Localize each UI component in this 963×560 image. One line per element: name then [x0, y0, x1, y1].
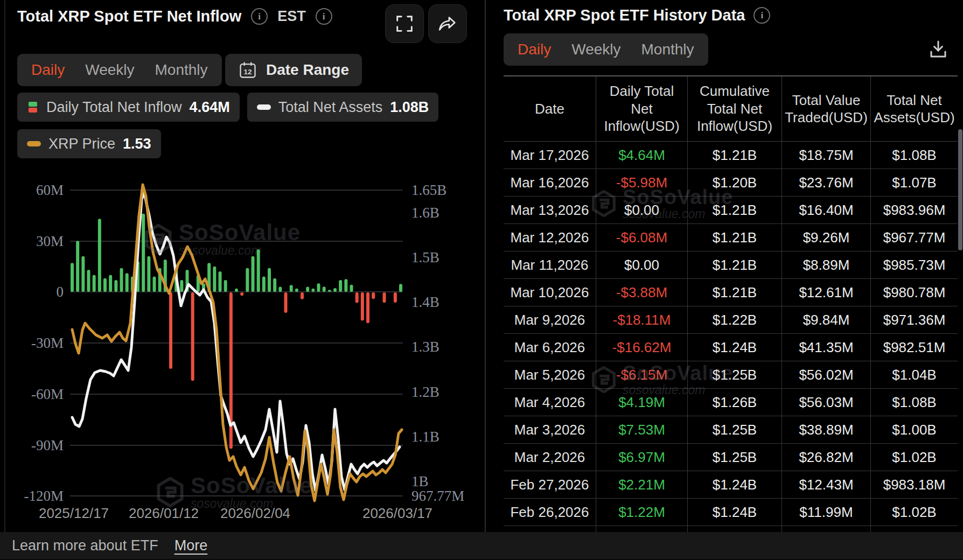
timezone-label: EST [277, 8, 306, 25]
cell-cumulative-inflow: $1.20B [688, 169, 782, 196]
cell-date: Mar 6,2026 [504, 334, 596, 361]
legend-label: Daily Total Net Inflow [46, 99, 182, 116]
col-header-daily-inflow: Daily Total Net Inflow(USD) [596, 76, 688, 141]
cell-net-assets: $967.77M [871, 224, 958, 251]
svg-text:12: 12 [243, 68, 252, 76]
legend-daily-net-inflow[interactable]: Daily Total Net Inflow 4.64M [17, 93, 240, 122]
cell-date: Mar 16,2026 [504, 169, 596, 196]
tab-monthly[interactable]: Monthly [633, 33, 703, 66]
cell-date: Feb 26,2026 [504, 499, 596, 526]
inflow-bars-icon [27, 101, 39, 114]
cell-daily-inflow: $6.97M [596, 444, 688, 471]
date-range-label: Date Range [266, 61, 349, 79]
cell-value-traded: $16.40M [782, 197, 871, 223]
tab-weekly[interactable]: Weekly [563, 33, 629, 66]
cell-date: Mar 5,2026 [504, 361, 596, 388]
cell-cumulative-inflow: $1.21B [688, 251, 782, 278]
table-row: Mar 3,2026$7.53M$1.25B$38.89M$1.00B [504, 416, 958, 444]
cell-value-traded: $22.73M [782, 526, 871, 532]
cell-net-assets: $980.78M [871, 279, 958, 306]
cell-net-assets: $971.36M [871, 306, 958, 333]
cell-daily-inflow: -$5.98M [596, 169, 688, 196]
cell-daily-inflow: $4.19M [596, 389, 688, 416]
table-row: Mar 4,2026$4.19M$1.26B$56.03M$1.08B [504, 389, 958, 416]
cell-net-assets: $983.18M [871, 471, 958, 498]
table-row: Mar 16,2026-$5.98M$1.20B$23.76M$1.07B [504, 169, 958, 197]
cell-value-traded: $56.02M [782, 361, 871, 388]
cell-value-traded: $8.89M [782, 251, 871, 278]
legend-label: XRP Price [48, 136, 115, 152]
cell-date: Mar 4,2026 [504, 389, 596, 416]
tab-daily[interactable]: Daily [23, 54, 73, 86]
info-icon[interactable]: i [251, 8, 268, 25]
cell-net-assets: $985.73M [871, 251, 958, 278]
cell-daily-inflow: $0.00 [596, 197, 688, 223]
table-row: Mar 17,2026$4.64M$1.21B$18.75M$1.08B [504, 142, 958, 169]
col-header-net-assets: Total Net Assets(USD) [871, 76, 958, 141]
table-row: Mar 5,2026-$6.15M$1.25B$56.02M$1.04B [504, 361, 958, 389]
fullscreen-button[interactable] [385, 4, 424, 43]
cell-net-assets: $1.07B [871, 169, 958, 196]
table-body: Mar 17,2026$4.64M$1.21B$18.75M$1.08BMar … [504, 142, 958, 532]
info-icon[interactable]: i [753, 7, 770, 24]
assets-dash-icon [257, 104, 271, 110]
cell-cumulative-inflow: $1.24B [688, 471, 782, 498]
info-icon[interactable]: i [316, 8, 332, 25]
table-period-tabs: Daily Weekly Monthly [504, 33, 708, 66]
page-title: Total XRP Spot ETF Net Inflow [17, 8, 241, 25]
date-range-button[interactable]: 12 Date Range [225, 54, 362, 86]
cell-net-assets: $982.51M [871, 334, 958, 361]
cell-value-traded: $12.43M [782, 471, 871, 498]
cell-date: Mar 11,2026 [504, 251, 596, 278]
tab-monthly[interactable]: Monthly [146, 54, 217, 86]
cell-value-traded: $12.61M [782, 279, 871, 306]
left-panel-header: Total XRP Spot ETF Net Inflow i EST i [17, 8, 332, 25]
share-button[interactable] [428, 4, 467, 43]
table-header-row: Date Daily Total Net Inflow(USD) Cumulat… [504, 75, 958, 142]
legend-total-net-assets[interactable]: Total Net Assets 1.08B [247, 93, 439, 122]
cell-daily-inflow: $1.22M [596, 499, 688, 526]
cell-cumulative-inflow: $1.21B [688, 142, 782, 169]
cell-daily-inflow: -$6.08M [596, 224, 688, 251]
price-dash-icon [27, 141, 41, 146]
cell-daily-inflow: -$3.88M [596, 279, 688, 306]
table-row: Feb 25,2026$3.09M$1.24B$22.73M$1.06B [504, 526, 958, 532]
cell-cumulative-inflow: $1.22B [688, 306, 782, 333]
history-table: Date Daily Total Net Inflow(USD) Cumulat… [504, 75, 958, 532]
cell-cumulative-inflow: $1.24B [688, 499, 782, 526]
cell-daily-inflow: $2.21M [596, 471, 688, 498]
footer-text: Learn more about ETF [12, 537, 158, 554]
legend-value: 1.53 [123, 136, 151, 152]
table-row: Mar 9,2026-$18.11M$1.22B$9.84M$971.36M [504, 306, 958, 334]
footer-more-link[interactable]: More [175, 537, 208, 554]
cell-daily-inflow: $4.64M [596, 142, 688, 169]
legend-value: 1.08B [390, 99, 429, 116]
history-data-title: Total XRP Spot ETF History Data [504, 6, 745, 24]
cell-cumulative-inflow: $1.25B [688, 444, 782, 471]
cell-net-assets: $983.96M [871, 197, 958, 223]
tab-daily[interactable]: Daily [509, 33, 560, 66]
cell-date: Mar 3,2026 [504, 416, 596, 443]
table-row: Mar 13,2026$0.00$1.21B$16.40M$983.96M [504, 197, 958, 224]
cell-daily-inflow: $0.00 [596, 251, 688, 278]
tab-weekly[interactable]: Weekly [76, 54, 143, 86]
cell-value-traded: $23.76M [782, 169, 871, 196]
legend-xrp-price[interactable]: XRP Price 1.53 [17, 129, 161, 158]
cell-cumulative-inflow: $1.25B [688, 361, 782, 388]
cell-daily-inflow: -$6.15M [596, 361, 688, 388]
cell-net-assets: $1.02B [871, 499, 958, 526]
footer-bar: Learn more about ETF More [0, 532, 963, 559]
table-scrollbar-thumb[interactable] [958, 129, 962, 250]
cell-value-traded: $26.82M [782, 444, 871, 471]
chart-period-tabs: Daily Weekly Monthly [17, 54, 222, 86]
legend-label: Total Net Assets [278, 99, 383, 116]
download-button[interactable] [926, 38, 950, 61]
cell-date: Mar 2,2026 [504, 444, 596, 471]
col-header-date: Date [504, 76, 596, 141]
cell-daily-inflow: $7.53M [596, 416, 688, 443]
history-data-panel: Total XRP Spot ETF History Data i Daily … [486, 0, 963, 532]
table-row: Feb 27,2026$2.21M$1.24B$12.43M$983.18M [504, 471, 958, 499]
legend-value: 4.64M [190, 99, 230, 116]
download-icon [927, 39, 949, 60]
share-icon [437, 13, 458, 34]
